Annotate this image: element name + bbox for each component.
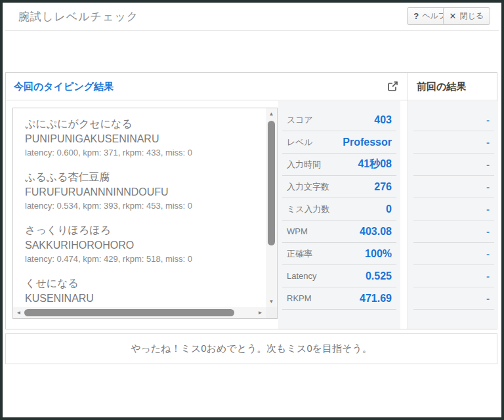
- results-panel-header: 今回のタイピング結果 前回の結果: [6, 73, 497, 100]
- question-icon: ?: [413, 11, 419, 21]
- stat-value: 0: [386, 203, 392, 215]
- list-item: くせになる KUSENINARU: [25, 276, 266, 306]
- stat-row: スコア 403: [278, 109, 400, 131]
- previous-stat-value: -: [486, 226, 490, 237]
- list-item: ぷにぷにがクセになる PUNIPUNIGAKUSENINARU latency:…: [25, 116, 266, 159]
- titlebar: 腕試しレベルチェック ? ヘルプ ✕ 閉じる: [3, 3, 501, 30]
- stat-row: レベル Professor: [278, 131, 400, 153]
- stat-label: RKPM: [287, 293, 312, 303]
- stat-value: 100%: [365, 248, 392, 260]
- stat-value: Professor: [343, 136, 392, 148]
- stat-row: RKPM 471.69: [278, 287, 400, 309]
- previous-results-title: 前回の結果: [417, 73, 466, 100]
- previous-stat-value: -: [486, 181, 490, 192]
- previous-stat-row: -: [408, 287, 498, 309]
- stat-value: 471.69: [360, 293, 392, 304]
- previous-stat-value: -: [486, 203, 490, 215]
- scroll-left-icon[interactable]: ◄: [13, 307, 24, 318]
- current-stats: スコア 403 レベル Professor 入力時間 41秒08 入力: [278, 101, 400, 329]
- previous-stat-row: -: [408, 220, 498, 242]
- previous-stat-row: -: [408, 109, 498, 131]
- stat-row: ミス入力数 0: [278, 198, 400, 220]
- previous-stat-value: -: [486, 136, 490, 148]
- stat-value: 41秒08: [358, 158, 392, 171]
- results-panel-body: ぷにぷにがクセになる PUNIPUNIGAKUSENINARU latency:…: [6, 101, 497, 329]
- scroll-down-icon[interactable]: ▼: [266, 296, 277, 307]
- level-check-dialog: 腕試しレベルチェック ? ヘルプ ✕ 閉じる 今回のタイピング結果 前回の結果: [0, 0, 504, 420]
- entry-detail: latency: 0.600, kpm: 371, rkpm: 433, mis…: [25, 146, 266, 159]
- previous-stat-row: -: [408, 176, 498, 198]
- previous-stat-row: -: [408, 154, 498, 175]
- vertical-scrollbar-thumb[interactable]: [268, 121, 275, 245]
- entry-romaji: SAKKURIHOROHORO: [25, 238, 266, 253]
- entry-detail: latency: 0.534, kpm: 393, rkpm: 453, mis…: [25, 200, 266, 213]
- stat-row: Latency 0.525: [278, 265, 400, 287]
- stat-value: 403.08: [360, 226, 392, 238]
- scrollbar-corner: [266, 307, 277, 318]
- word-result-list[interactable]: ぷにぷにがクセになる PUNIPUNIGAKUSENINARU latency:…: [12, 108, 278, 319]
- stat-row: 正確率 100%: [278, 243, 400, 264]
- results-title: 今回のタイピング結果: [14, 73, 114, 100]
- stat-row: WPM 403.08: [278, 220, 400, 242]
- entry-romaji: KUSENINARU: [25, 291, 266, 306]
- close-button-label: 閉じる: [459, 10, 484, 22]
- word-list-content: ぷにぷにがクセになる PUNIPUNIGAKUSENINARU latency:…: [13, 108, 266, 307]
- stat-label: スコア: [287, 114, 313, 126]
- stat-label: レベル: [287, 136, 313, 148]
- previous-stat-value: -: [486, 293, 490, 304]
- external-link-icon[interactable]: [387, 81, 398, 93]
- entry-romaji: FURUFURUANNNINNDOUFU: [25, 184, 266, 200]
- stat-label: 入力文字数: [287, 181, 329, 193]
- previous-stat-row: -: [408, 198, 498, 220]
- stat-row: 入力文字数 276: [278, 176, 400, 198]
- stat-label: 入力時間: [287, 159, 321, 171]
- stat-label: ミス入力数: [287, 203, 330, 215]
- vertical-scrollbar[interactable]: ▲ ▼: [266, 108, 277, 307]
- scroll-up-icon[interactable]: ▲: [266, 108, 277, 119]
- entry-romaji: PUNIPUNIGAKUSENINARU: [25, 131, 266, 146]
- result-message: やったね！ミス0おめでとう。次もミス0を目指そう。: [131, 343, 372, 355]
- stat-value: 0.525: [366, 270, 392, 282]
- previous-stat-value: -: [486, 159, 490, 170]
- stat-value: 276: [374, 181, 392, 193]
- entry-detail: latency: 0.474, kpm: 429, rkpm: 518, mis…: [25, 253, 266, 266]
- stat-label: Latency: [287, 271, 317, 281]
- entry-kana: さっくりほろほろ: [25, 222, 266, 238]
- stat-row: 入力時間 41秒08: [278, 154, 400, 175]
- horizontal-scrollbar-thumb[interactable]: [24, 309, 234, 316]
- results-panel: 今回のタイピング結果 前回の結果 ぷにぷにがクセになる: [5, 72, 497, 329]
- list-item: さっくりほろほろ SAKKURIHOROHORO latency: 0.474,…: [25, 222, 266, 266]
- message-box: やったね！ミス0おめでとう。次もミス0を目指そう。: [5, 333, 497, 364]
- page-title: 腕試しレベルチェック: [18, 9, 138, 24]
- horizontal-scrollbar[interactable]: ◄ ►: [13, 307, 266, 318]
- previous-stat-value: -: [486, 270, 490, 282]
- stat-label: 正確率: [287, 248, 312, 260]
- entry-kana: ふるふる杏仁豆腐: [25, 169, 266, 184]
- previous-stat-row: -: [408, 243, 498, 264]
- footer: ツイート もう1回 登録 閉じる: [3, 375, 501, 417]
- previous-stat-value: -: [486, 114, 490, 125]
- titlebar-divider: [5, 30, 499, 31]
- close-button[interactable]: ✕ 閉じる: [443, 7, 490, 25]
- stat-value: 403: [374, 114, 392, 126]
- entry-kana: くせになる: [25, 276, 266, 291]
- previous-stats: - - - - -: [408, 101, 498, 329]
- previous-stat-value: -: [486, 248, 490, 259]
- previous-stat-row: -: [408, 265, 498, 287]
- previous-stat-row: -: [408, 131, 498, 153]
- entry-kana: ぷにぷにがクセになる: [25, 116, 266, 131]
- stat-label: WPM: [287, 226, 308, 236]
- list-item: ふるふる杏仁豆腐 FURUFURUANNNINNDOUFU latency: 0…: [25, 169, 266, 213]
- scroll-right-icon[interactable]: ►: [255, 307, 266, 318]
- close-icon: ✕: [450, 11, 457, 21]
